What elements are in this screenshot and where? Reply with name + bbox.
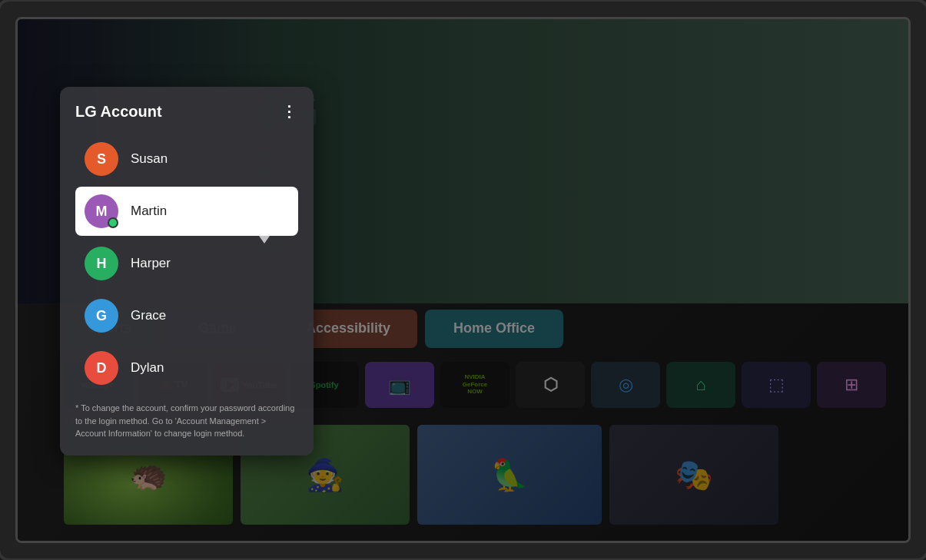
cursor-indicator	[254, 228, 275, 244]
username-harper: Harper	[131, 256, 171, 271]
panel-note: * To change the account, confirm your pa…	[75, 402, 298, 440]
avatar-dylan: D	[85, 351, 118, 385]
user-item-martin[interactable]: M Martin	[75, 187, 298, 236]
user-item-susan[interactable]: S Susan	[75, 134, 298, 184]
username-grace: Grace	[131, 308, 166, 323]
avatar-martin: M	[85, 194, 118, 228]
user-item-grace[interactable]: G Grace	[75, 291, 298, 340]
avatar-harper: H	[85, 247, 118, 280]
lg-account-panel: LG Account ⋮ S Susan M Martin	[60, 87, 314, 456]
username-dylan: Dylan	[131, 360, 164, 376]
username-martin: Martin	[131, 204, 167, 219]
tv-content: TANGBLEERS Sports Game Accessibility Hom…	[18, 19, 908, 541]
username-susan: Susan	[131, 151, 168, 167]
user-item-dylan[interactable]: D Dylan	[75, 343, 298, 393]
martin-active-badge	[108, 217, 118, 228]
avatar-susan: S	[85, 142, 118, 176]
avatar-grace: G	[85, 299, 118, 333]
tv-frame: TANGBLEERS Sports Game Accessibility Hom…	[0, 0, 926, 560]
panel-title: LG Account	[75, 103, 162, 121]
more-options-icon[interactable]: ⋮	[281, 102, 298, 121]
tv-screen: TANGBLEERS Sports Game Accessibility Hom…	[15, 17, 911, 543]
panel-header: LG Account ⋮	[75, 102, 298, 121]
user-item-harper[interactable]: H Harper	[75, 239, 298, 288]
